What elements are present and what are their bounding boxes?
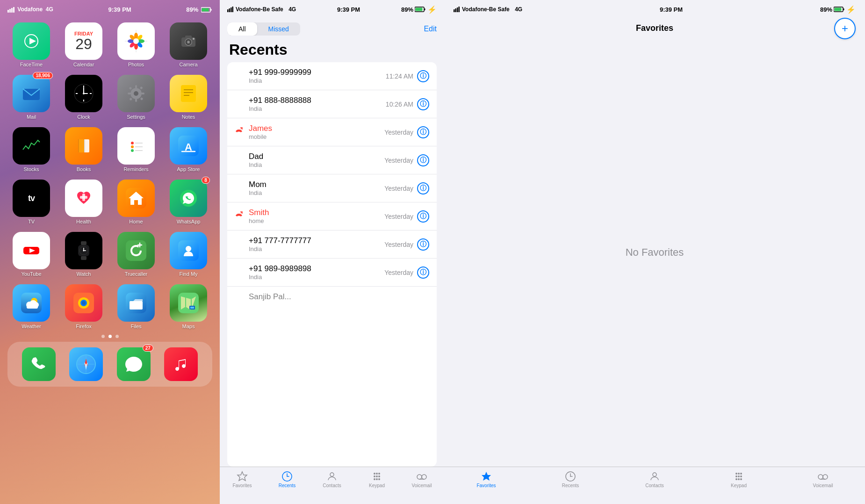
favorites-tab-bar: Favorites Recents Contacts [444,467,865,504]
dock-phone[interactable] [22,347,56,381]
app-photos[interactable]: Photos [112,22,160,67]
svg-point-159 [740,478,742,480]
svg-rect-51 [21,136,42,156]
tab-fav-contacts[interactable]: Contacts [641,471,669,488]
app-books[interactable]: Books [60,127,108,172]
app-files[interactable]: Files [112,284,160,329]
svg-rect-47 [181,85,196,102]
camera-label: Camera [179,62,197,67]
maps-icon [170,284,207,322]
svg-rect-25 [185,36,192,38]
recent-item[interactable]: Dad India Yesterday ⓘ [227,146,437,174]
info-button[interactable]: ⓘ [417,238,429,251]
tab-fav-favorites[interactable]: Favorites [472,471,500,488]
app-firefox[interactable]: Firefox [60,284,108,329]
svg-point-151 [735,473,737,475]
health-label: Health [76,219,91,224]
tab-voicemail[interactable]: Voicemail [408,471,436,488]
recent-item[interactable]: +91 777-7777777 India Yesterday ⓘ [227,230,437,259]
recent-item[interactable]: Mom India Yesterday ⓘ [227,174,437,202]
recent-name: +91 888-8888888 [249,96,386,105]
app-watch[interactable]: Watch [60,232,108,277]
app-tv[interactable]: tv TV [7,180,55,224]
recent-item[interactable]: +91 999-9999999 India 11:24 AM ⓘ [227,62,437,90]
app-reminders[interactable]: Reminders [112,127,160,172]
appstore-icon: A [170,127,207,165]
svg-point-152 [738,473,740,475]
svg-rect-116 [232,7,234,12]
svg-rect-77 [81,241,86,245]
tab-fav-recents[interactable]: Recents [556,471,584,488]
svg-point-150 [653,473,656,476]
filter-missed[interactable]: Missed [257,22,300,36]
app-camera[interactable]: Camera [165,22,212,67]
add-favorite-button[interactable]: + [834,18,856,39]
svg-rect-140 [455,8,457,12]
missed-call-icon [235,127,244,137]
dock-safari[interactable] [69,347,103,381]
svg-point-59 [131,145,134,148]
edit-button[interactable]: Edit [424,25,437,33]
weather-icon [13,284,50,322]
info-button[interactable]: ⓘ [417,182,429,194]
svg-rect-114 [229,8,231,12]
dock-messages[interactable]: 27 [117,347,151,381]
svg-rect-106 [190,307,194,309]
tab-keypad[interactable]: Keypad [363,471,391,488]
svg-point-131 [376,475,378,477]
findmy-icon [170,232,207,269]
svg-rect-139 [454,9,455,12]
app-whatsapp[interactable]: 8 WhatsApp [165,180,212,224]
recents-tab-bar: Favorites Recents Contacts [220,467,444,504]
info-button[interactable]: ⓘ [417,154,429,166]
recent-time: Yesterday [384,241,413,248]
app-maps[interactable]: Maps [165,284,212,329]
app-home-app[interactable]: Home [112,180,160,224]
info-button[interactable]: ⓘ [417,126,429,138]
info-button[interactable]: ⓘ [417,210,429,223]
app-findmy[interactable]: Find My [165,232,212,277]
app-calendar[interactable]: Friday 29 Calendar [60,22,108,67]
info-button[interactable]: ⓘ [417,266,429,279]
app-settings[interactable]: Settings [112,75,160,120]
svg-rect-39 [135,85,137,88]
filter-all[interactable]: All [227,22,257,36]
recent-item[interactable]: James mobile Yesterday ⓘ [227,118,437,146]
app-mail[interactable]: 18,906 Mail [7,75,55,120]
app-stocks[interactable]: Stocks [7,127,55,172]
app-health[interactable]: Health [60,180,108,224]
svg-point-130 [374,475,375,477]
app-appstore[interactable]: A App Store [165,127,212,172]
tab-fav-keypad[interactable]: Keypad [725,471,753,488]
recent-name: +91 777-7777777 [249,236,384,245]
mail-badge: 18,906 [33,72,53,79]
recent-item[interactable]: +91 989-8989898 India Yesterday ⓘ [227,259,437,287]
app-truecaller[interactable]: Truecaller [112,232,160,277]
recent-info: Mom India [249,180,384,196]
tab-contacts-label: Contacts [323,483,341,488]
recent-item[interactable]: Sanjib Pal... [227,287,437,307]
app-facetime[interactable]: FaceTime [7,22,55,67]
app-clock[interactable]: Clock [60,75,108,120]
tab-recents[interactable]: Recents [273,471,301,488]
app-weather[interactable]: Weather [7,284,55,329]
calendar-label: Calendar [73,62,94,67]
svg-rect-78 [81,256,86,260]
tab-favorites-label: Favorites [232,483,252,488]
firefox-icon [65,284,102,322]
tab-favorites[interactable]: Favorites [228,471,256,488]
app-youtube[interactable]: YouTube [7,232,55,277]
info-button[interactable]: ⓘ [417,70,429,82]
app-notes[interactable]: Notes [165,75,212,120]
info-button[interactable]: ⓘ [417,98,429,110]
tab-contacts[interactable]: Contacts [318,471,346,488]
tab-fav-voicemail[interactable]: Voicemail [809,471,837,488]
app-grid: FaceTime Friday 29 Calendar [0,19,220,333]
svg-rect-2 [11,8,13,13]
recent-sub: India [249,245,384,252]
home-time: 9:39 PM [108,6,131,13]
recent-item[interactable]: +91 888-8888888 India 10:26 AM ⓘ [227,90,437,118]
photos-label: Photos [128,62,144,67]
dock-music[interactable] [164,347,198,381]
recent-item[interactable]: Smith home Yesterday ⓘ [227,202,437,230]
